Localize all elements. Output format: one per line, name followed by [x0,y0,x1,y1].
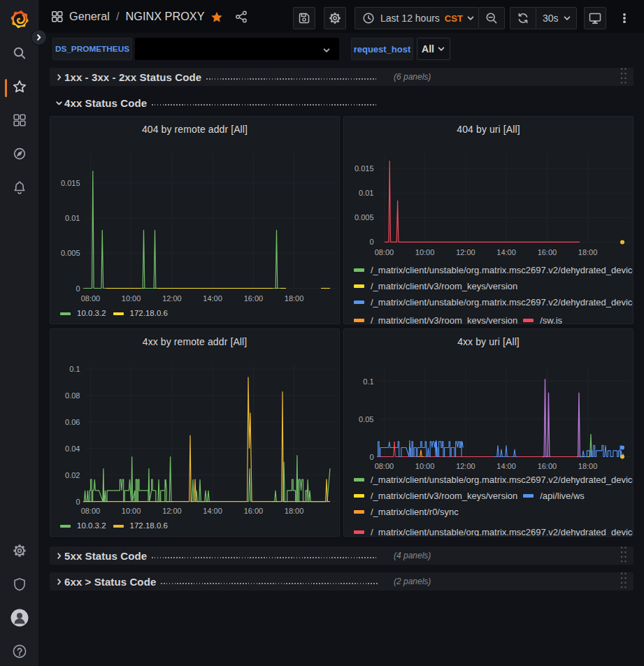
svg-text:0.005: 0.005 [355,213,374,222]
svg-text:18:00: 18:00 [578,248,598,256]
svg-text:16:00: 16:00 [538,462,557,470]
svg-text:0.06: 0.06 [65,418,80,426]
svg-text:14:00: 14:00 [496,248,516,256]
svg-text:0.05: 0.05 [359,415,373,424]
svg-text:12:00: 12:00 [162,294,182,303]
svg-text:10:00: 10:00 [122,294,141,303]
svg-text:0: 0 [76,498,80,506]
svg-text:14:00: 14:00 [496,462,516,470]
svg-text:16:00: 16:00 [244,507,264,515]
svg-text:0.01: 0.01 [65,214,80,222]
svg-text:0.015: 0.015 [61,179,80,187]
svg-text:08:00: 08:00 [375,462,394,470]
svg-text:0.08: 0.08 [65,391,80,400]
svg-text:08:00: 08:00 [81,294,101,303]
svg-text:0.1: 0.1 [363,377,373,386]
svg-text:16:00: 16:00 [244,294,264,303]
svg-text:14:00: 14:00 [203,294,222,303]
svg-text:12:00: 12:00 [456,462,475,470]
svg-text:16:00: 16:00 [538,248,557,256]
svg-text:10:00: 10:00 [415,462,435,470]
svg-text:18:00: 18:00 [285,507,304,515]
svg-text:0: 0 [369,238,373,246]
svg-text:0: 0 [369,453,373,461]
svg-text:12:00: 12:00 [456,248,475,256]
svg-text:0.005: 0.005 [61,249,80,257]
svg-text:0.1: 0.1 [69,365,80,373]
svg-text:10:00: 10:00 [415,248,435,256]
svg-text:18:00: 18:00 [285,294,304,303]
svg-text:18:00: 18:00 [578,462,598,470]
svg-text:0.015: 0.015 [355,164,374,173]
svg-text:0.01: 0.01 [359,189,373,197]
svg-text:08:00: 08:00 [375,248,394,256]
svg-text:12:00: 12:00 [162,507,182,515]
svg-text:08:00: 08:00 [81,507,101,515]
svg-text:10:00: 10:00 [122,507,141,515]
svg-text:0: 0 [76,284,80,293]
svg-text:0.02: 0.02 [65,471,80,479]
svg-text:14:00: 14:00 [203,507,222,515]
svg-text:0.04: 0.04 [65,444,80,453]
